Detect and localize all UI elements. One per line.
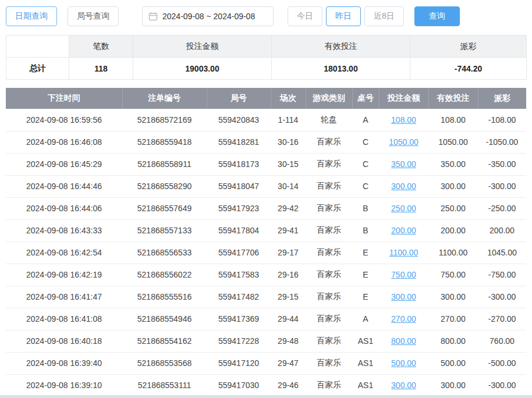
bet-amount: 750.00 bbox=[379, 264, 428, 286]
date-range-picker[interactable]: 2024-09-08 ~ 2024-09-08 bbox=[142, 6, 274, 26]
date-query-tab[interactable]: 日期查询 bbox=[6, 6, 57, 26]
bet-amount: 1100.00 bbox=[379, 241, 428, 264]
table-number: C bbox=[352, 131, 379, 153]
bet-amount-link[interactable]: 750.00 bbox=[391, 270, 416, 279]
session-number: 29-41 bbox=[271, 219, 306, 241]
bet-amount-link[interactable]: 200.00 bbox=[391, 226, 416, 235]
bet-amount-link[interactable]: 500.00 bbox=[391, 358, 416, 368]
session-number: 29-47 bbox=[271, 352, 306, 374]
bet-time: 2024-09-08 16:59:56 bbox=[6, 109, 122, 131]
order-number: 521868572169 bbox=[122, 109, 207, 131]
round-number: 559420843 bbox=[207, 109, 271, 131]
game-type: 百家乐 bbox=[306, 175, 352, 197]
column-order-number: 注单编号 bbox=[122, 88, 207, 109]
table-row: 2024-09-08 16:42:54521868556533559417706… bbox=[6, 241, 526, 264]
summary-total-valid-bet: 18013.00 bbox=[272, 58, 410, 80]
column-session: 场次 bbox=[271, 88, 306, 109]
round-number: 559417804 bbox=[207, 219, 271, 241]
round-number: 559417030 bbox=[207, 374, 271, 396]
bet-amount-link[interactable]: 300.00 bbox=[391, 292, 416, 301]
table-number: A bbox=[352, 308, 379, 330]
bet-amount-link[interactable]: 300.00 bbox=[391, 381, 416, 390]
last-8-days-button[interactable]: 近8日 bbox=[364, 6, 404, 26]
session-number: 29-17 bbox=[271, 241, 306, 264]
table-number: A bbox=[352, 109, 379, 131]
table-number: AS1 bbox=[352, 330, 379, 352]
game-type: 百家乐 bbox=[306, 374, 352, 396]
bet-amount: 108.00 bbox=[379, 109, 428, 131]
bet-amount-link[interactable]: 108.00 bbox=[391, 115, 416, 125]
summary-empty-header bbox=[6, 35, 69, 58]
bet-table-body: 2024-09-08 16:59:56521868572169559420843… bbox=[6, 109, 526, 396]
bet-time: 2024-09-08 16:46:08 bbox=[6, 131, 122, 153]
summary-header-bet-amount: 投注金额 bbox=[133, 35, 272, 58]
valid-bet: 200.00 bbox=[428, 219, 478, 241]
bet-amount: 270.00 bbox=[379, 308, 428, 330]
payout: -350.00 bbox=[478, 153, 526, 175]
column-game-type: 游戏类别 bbox=[306, 88, 352, 109]
bet-time: 2024-09-08 16:41:08 bbox=[6, 308, 122, 330]
horizontal-scrollbar[interactable] bbox=[0, 395, 532, 398]
session-number: 30-15 bbox=[271, 153, 306, 175]
valid-bet: 300.00 bbox=[428, 374, 478, 396]
valid-bet: 1100.00 bbox=[428, 241, 478, 264]
session-number: 29-48 bbox=[271, 330, 306, 352]
bet-amount-link[interactable]: 800.00 bbox=[391, 336, 416, 346]
summary-table: 笔数 投注金额 有效投注 派彩 总计 118 19003.00 18013.00… bbox=[6, 35, 527, 80]
bet-time: 2024-09-08 16:40:18 bbox=[6, 330, 122, 352]
bet-amount: 350.00 bbox=[379, 153, 428, 175]
column-bet-amount: 投注金额 bbox=[379, 88, 428, 109]
bet-amount-link[interactable]: 270.00 bbox=[391, 314, 416, 324]
bet-amount: 250.00 bbox=[379, 197, 428, 219]
order-number: 521868558290 bbox=[122, 175, 207, 197]
quick-date-group: 今日 昨日 近8日 bbox=[284, 6, 404, 26]
search-button[interactable]: 查询 bbox=[414, 6, 460, 26]
game-type: 百家乐 bbox=[306, 330, 352, 352]
valid-bet: 300.00 bbox=[428, 286, 478, 308]
valid-bet: 800.00 bbox=[428, 330, 478, 352]
round-number: 559417120 bbox=[207, 352, 271, 374]
payout: -500.00 bbox=[478, 352, 526, 374]
payout: -250.00 bbox=[478, 197, 526, 219]
yesterday-button[interactable]: 昨日 bbox=[326, 6, 361, 26]
game-type: 百家乐 bbox=[306, 352, 352, 374]
round-number: 559417369 bbox=[207, 308, 271, 330]
order-number: 521868556533 bbox=[122, 241, 207, 264]
table-row: 2024-09-08 16:46:08521868559418559418281… bbox=[6, 131, 526, 153]
bet-amount-link[interactable]: 300.00 bbox=[391, 182, 416, 191]
game-type: 百家乐 bbox=[306, 131, 352, 153]
bet-amount-link[interactable]: 1100.00 bbox=[389, 248, 418, 257]
bet-time: 2024-09-08 16:44:06 bbox=[6, 197, 122, 219]
table-row: 2024-09-08 16:44:46521868558290559418047… bbox=[6, 175, 526, 197]
summary-header-valid-bet: 有效投注 bbox=[272, 35, 410, 58]
session-number: 30-14 bbox=[271, 175, 306, 197]
game-type: 百家乐 bbox=[306, 219, 352, 241]
round-query-tab[interactable]: 局号查询 bbox=[68, 6, 119, 26]
table-row: 2024-09-08 16:41:08521868554946559417369… bbox=[6, 308, 526, 330]
round-number: 559418173 bbox=[207, 153, 271, 175]
summary-total-payout: -744.20 bbox=[410, 58, 527, 80]
order-number: 521868558911 bbox=[122, 153, 207, 175]
calendar-icon bbox=[148, 12, 158, 21]
bet-amount: 1050.00 bbox=[379, 131, 428, 153]
table-number: AS1 bbox=[352, 352, 379, 374]
bet-amount-link[interactable]: 350.00 bbox=[391, 159, 416, 169]
game-type: 百家乐 bbox=[306, 264, 352, 286]
valid-bet: 270.00 bbox=[428, 308, 478, 330]
payout: 200.00 bbox=[478, 219, 526, 241]
valid-bet: 350.00 bbox=[428, 153, 478, 175]
bet-amount-link[interactable]: 250.00 bbox=[391, 204, 416, 213]
game-type: 百家乐 bbox=[306, 197, 352, 219]
table-row: 2024-09-08 16:42:19521868556022559417583… bbox=[6, 264, 526, 286]
payout: 760.00 bbox=[478, 330, 526, 352]
bet-amount: 300.00 bbox=[379, 374, 428, 396]
bet-amount: 300.00 bbox=[379, 286, 428, 308]
bet-time: 2024-09-08 16:42:19 bbox=[6, 264, 122, 286]
today-button[interactable]: 今日 bbox=[288, 6, 322, 26]
order-number: 521868554162 bbox=[122, 330, 207, 352]
game-type: 百家乐 bbox=[306, 286, 352, 308]
table-number: E bbox=[352, 286, 379, 308]
bet-table: 下注时间 注单编号 局号 场次 游戏类别 桌号 投注金额 有效投注 派彩 202… bbox=[6, 88, 526, 397]
bet-amount-link[interactable]: 1050.00 bbox=[389, 137, 418, 147]
game-type: 轮盘 bbox=[306, 109, 352, 131]
